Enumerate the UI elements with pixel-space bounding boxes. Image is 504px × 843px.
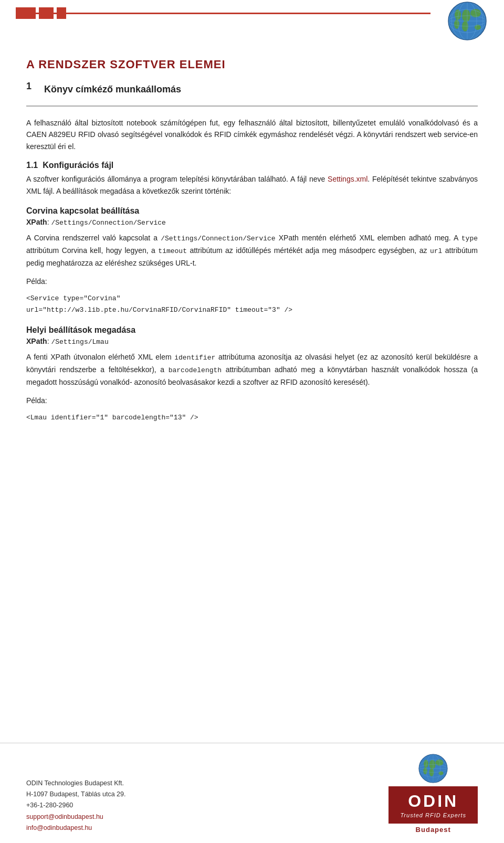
helyi-desc: A fenti XPath útvonalon elérhető XML ele… — [26, 351, 478, 388]
example-2-label: Példa: — [26, 396, 478, 405]
odin-logo-box: ODIN Trusted RFID Experts — [388, 786, 478, 824]
helyi-heading: Helyi beállítások megadása — [26, 325, 478, 335]
example-1-label: Példa: — [26, 277, 478, 286]
footer-logo: ODIN Trusted RFID Experts Budapest — [388, 753, 478, 834]
subsection-1-1-number: 1.1 Konfigurációs fájl — [26, 161, 113, 170]
footer-address: H-1097 Budapest, Táblás utca 29. — [26, 789, 388, 800]
section-title: A RENDSZER SZOFTVER ELEMEI — [26, 58, 478, 71]
corvina-desc: A Corvina rendszerrel való kapcsolat a /… — [26, 232, 478, 269]
numbered-section-1: 1 Könyv címkéző munkaállomás — [26, 81, 478, 100]
header-bar — [0, 0, 504, 31]
example-1-code: <Service type="Corvina" url="http://w3.l… — [26, 293, 478, 316]
odin-tagline: Trusted RFID Experts — [400, 812, 466, 818]
globe-icon — [446, 0, 488, 42]
main-content: A RENDSZER SZOFTVER ELEMEI 1 Könyv címké… — [0, 31, 504, 441]
footer-email2[interactable]: info@odinbudapest.hu — [26, 824, 92, 831]
config-intro-text: A szoftver konfigurációs állománya a pro… — [26, 173, 478, 197]
footer-contact: ODIN Technologies Budapest Kft. H-1097 B… — [26, 778, 388, 834]
footer-globe-icon — [417, 753, 449, 784]
footer-email1[interactable]: support@odinbudapest.hu — [26, 813, 103, 820]
footer-phone: +36-1-280-2960 — [26, 800, 388, 811]
odin-logo-text: ODIN — [408, 792, 458, 811]
footer-company: ODIN Technologies Budapest Kft. — [26, 778, 388, 789]
settings-xml-link[interactable]: Settings.xml — [328, 175, 368, 183]
footer: ODIN Technologies Budapest Kft. H-1097 B… — [0, 743, 504, 843]
corvina-heading: Corvina kapcsolat beállítása — [26, 206, 478, 216]
section-1-number: 1 — [26, 81, 37, 92]
header-line — [16, 13, 430, 14]
helyi-xpath-label: XPath: /Settings/Lmau — [26, 337, 478, 346]
corvina-xpath-label: XPath: /Settings/Connection/Service — [26, 218, 478, 227]
odin-logo-container: ODIN Trusted RFID Experts Budapest — [388, 753, 478, 834]
section-1-title: Könyv címkéző munkaállomás — [44, 84, 181, 95]
odin-city: Budapest — [416, 826, 451, 834]
subsection-1-1-header: 1.1 Konfigurációs fájl — [26, 161, 478, 170]
example-2-code: <Lmau identifier="1" barcodelength="13" … — [26, 412, 478, 424]
section-1-divider — [26, 106, 478, 107]
section-1-intro: A felhasználó által biztosított notebook… — [26, 117, 478, 152]
